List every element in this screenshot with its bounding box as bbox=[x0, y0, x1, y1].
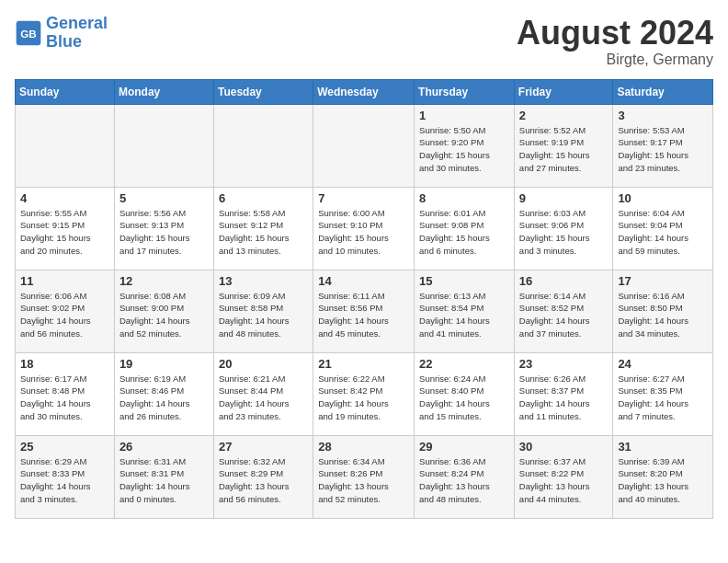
day-info: Sunrise: 6:17 AM Sunset: 8:48 PM Dayligh… bbox=[20, 373, 109, 423]
svg-text:GB: GB bbox=[20, 28, 36, 40]
day-cell: 8Sunrise: 6:01 AM Sunset: 9:08 PM Daylig… bbox=[415, 187, 515, 270]
header-cell-wednesday: Wednesday bbox=[313, 79, 415, 104]
day-info: Sunrise: 6:09 AM Sunset: 8:58 PM Dayligh… bbox=[219, 290, 308, 340]
day-cell: 11Sunrise: 6:06 AM Sunset: 9:02 PM Dayli… bbox=[16, 270, 115, 352]
day-info: Sunrise: 6:36 AM Sunset: 8:24 PM Dayligh… bbox=[419, 455, 509, 506]
day-info: Sunrise: 6:29 AM Sunset: 8:33 PM Dayligh… bbox=[20, 455, 109, 506]
logo: GB General Blue bbox=[15, 15, 108, 52]
day-info: Sunrise: 6:21 AM Sunset: 8:44 PM Dayligh… bbox=[219, 373, 308, 423]
day-cell: 9Sunrise: 6:03 AM Sunset: 9:06 PM Daylig… bbox=[514, 187, 613, 270]
day-number: 11 bbox=[20, 274, 109, 288]
day-info: Sunrise: 6:27 AM Sunset: 8:35 PM Dayligh… bbox=[618, 373, 708, 423]
week-row-4: 18Sunrise: 6:17 AM Sunset: 8:48 PM Dayli… bbox=[16, 352, 713, 435]
day-info: Sunrise: 6:39 AM Sunset: 8:20 PM Dayligh… bbox=[618, 455, 708, 506]
day-info: Sunrise: 6:24 AM Sunset: 8:40 PM Dayligh… bbox=[419, 373, 509, 423]
day-cell bbox=[313, 104, 415, 187]
day-info: Sunrise: 5:58 AM Sunset: 9:12 PM Dayligh… bbox=[219, 207, 308, 258]
day-info: Sunrise: 6:03 AM Sunset: 9:06 PM Dayligh… bbox=[519, 207, 609, 258]
day-cell: 3Sunrise: 5:53 AM Sunset: 9:17 PM Daylig… bbox=[613, 104, 713, 187]
day-number: 29 bbox=[419, 440, 509, 454]
day-cell: 30Sunrise: 6:37 AM Sunset: 8:22 PM Dayli… bbox=[514, 435, 613, 518]
day-number: 26 bbox=[119, 440, 209, 454]
day-info: Sunrise: 6:16 AM Sunset: 8:50 PM Dayligh… bbox=[618, 290, 708, 340]
day-info: Sunrise: 5:55 AM Sunset: 9:15 PM Dayligh… bbox=[20, 207, 109, 258]
day-info: Sunrise: 5:50 AM Sunset: 9:20 PM Dayligh… bbox=[419, 124, 509, 175]
logo-text: General Blue bbox=[46, 15, 108, 52]
logo-icon: GB bbox=[15, 19, 42, 47]
day-info: Sunrise: 6:19 AM Sunset: 8:46 PM Dayligh… bbox=[119, 373, 209, 423]
day-info: Sunrise: 5:53 AM Sunset: 9:17 PM Dayligh… bbox=[618, 124, 708, 175]
header-cell-saturday: Saturday bbox=[613, 79, 713, 104]
day-cell: 27Sunrise: 6:32 AM Sunset: 8:29 PM Dayli… bbox=[213, 435, 313, 518]
day-number: 27 bbox=[219, 440, 308, 454]
day-cell: 6Sunrise: 5:58 AM Sunset: 9:12 PM Daylig… bbox=[213, 187, 313, 270]
day-cell: 22Sunrise: 6:24 AM Sunset: 8:40 PM Dayli… bbox=[415, 352, 515, 435]
location: Birgte, Germany bbox=[517, 52, 713, 68]
day-number: 21 bbox=[318, 357, 409, 371]
page-header: GB General Blue August 2024 Birgte, Germ… bbox=[15, 15, 713, 68]
day-info: Sunrise: 6:01 AM Sunset: 9:08 PM Dayligh… bbox=[419, 207, 509, 258]
day-info: Sunrise: 6:13 AM Sunset: 8:54 PM Dayligh… bbox=[419, 290, 509, 340]
day-number: 7 bbox=[318, 191, 409, 205]
week-row-5: 25Sunrise: 6:29 AM Sunset: 8:33 PM Dayli… bbox=[16, 435, 713, 518]
day-cell: 15Sunrise: 6:13 AM Sunset: 8:54 PM Dayli… bbox=[415, 270, 515, 352]
day-cell: 23Sunrise: 6:26 AM Sunset: 8:37 PM Dayli… bbox=[514, 352, 613, 435]
day-cell: 31Sunrise: 6:39 AM Sunset: 8:20 PM Dayli… bbox=[613, 435, 713, 518]
day-cell: 1Sunrise: 5:50 AM Sunset: 9:20 PM Daylig… bbox=[415, 104, 515, 187]
month-year: August 2024 bbox=[517, 15, 713, 52]
header-cell-monday: Monday bbox=[114, 79, 213, 104]
day-info: Sunrise: 6:08 AM Sunset: 9:00 PM Dayligh… bbox=[119, 290, 209, 340]
header-cell-friday: Friday bbox=[514, 79, 613, 104]
day-number: 25 bbox=[20, 440, 109, 454]
day-number: 10 bbox=[618, 191, 708, 205]
day-cell: 10Sunrise: 6:04 AM Sunset: 9:04 PM Dayli… bbox=[613, 187, 713, 270]
day-number: 31 bbox=[618, 440, 708, 454]
day-cell: 17Sunrise: 6:16 AM Sunset: 8:50 PM Dayli… bbox=[613, 270, 713, 352]
day-cell: 29Sunrise: 6:36 AM Sunset: 8:24 PM Dayli… bbox=[415, 435, 515, 518]
day-number: 28 bbox=[318, 440, 409, 454]
day-info: Sunrise: 6:26 AM Sunset: 8:37 PM Dayligh… bbox=[519, 373, 609, 423]
day-info: Sunrise: 6:04 AM Sunset: 9:04 PM Dayligh… bbox=[618, 207, 708, 258]
day-number: 12 bbox=[119, 274, 209, 288]
week-row-2: 4Sunrise: 5:55 AM Sunset: 9:15 PM Daylig… bbox=[16, 187, 713, 270]
day-number: 3 bbox=[618, 109, 708, 122]
day-number: 8 bbox=[419, 191, 509, 205]
day-cell bbox=[16, 104, 115, 187]
day-cell: 20Sunrise: 6:21 AM Sunset: 8:44 PM Dayli… bbox=[213, 352, 313, 435]
day-cell: 26Sunrise: 6:31 AM Sunset: 8:31 PM Dayli… bbox=[114, 435, 213, 518]
calendar-table: SundayMondayTuesdayWednesdayThursdayFrid… bbox=[15, 79, 713, 519]
header-cell-thursday: Thursday bbox=[415, 79, 515, 104]
day-number: 17 bbox=[618, 274, 708, 288]
day-number: 30 bbox=[519, 440, 609, 454]
day-cell: 7Sunrise: 6:00 AM Sunset: 9:10 PM Daylig… bbox=[313, 187, 415, 270]
day-info: Sunrise: 6:34 AM Sunset: 8:26 PM Dayligh… bbox=[318, 455, 409, 506]
day-number: 23 bbox=[519, 357, 609, 371]
day-info: Sunrise: 6:31 AM Sunset: 8:31 PM Dayligh… bbox=[119, 455, 209, 506]
day-info: Sunrise: 6:22 AM Sunset: 8:42 PM Dayligh… bbox=[318, 373, 409, 423]
header-cell-tuesday: Tuesday bbox=[213, 79, 313, 104]
day-cell: 5Sunrise: 5:56 AM Sunset: 9:13 PM Daylig… bbox=[114, 187, 213, 270]
day-number: 22 bbox=[419, 357, 509, 371]
day-number: 18 bbox=[20, 357, 109, 371]
day-number: 13 bbox=[219, 274, 308, 288]
day-cell: 24Sunrise: 6:27 AM Sunset: 8:35 PM Dayli… bbox=[613, 352, 713, 435]
day-cell: 25Sunrise: 6:29 AM Sunset: 8:33 PM Dayli… bbox=[16, 435, 115, 518]
week-row-3: 11Sunrise: 6:06 AM Sunset: 9:02 PM Dayli… bbox=[16, 270, 713, 352]
day-number: 1 bbox=[419, 109, 509, 122]
day-cell: 14Sunrise: 6:11 AM Sunset: 8:56 PM Dayli… bbox=[313, 270, 415, 352]
day-cell: 16Sunrise: 6:14 AM Sunset: 8:52 PM Dayli… bbox=[514, 270, 613, 352]
day-cell bbox=[114, 104, 213, 187]
day-cell bbox=[213, 104, 313, 187]
header-cell-sunday: Sunday bbox=[16, 79, 115, 104]
day-number: 14 bbox=[318, 274, 409, 288]
day-number: 9 bbox=[519, 191, 609, 205]
day-number: 5 bbox=[119, 191, 209, 205]
day-number: 16 bbox=[519, 274, 609, 288]
day-cell: 2Sunrise: 5:52 AM Sunset: 9:19 PM Daylig… bbox=[514, 104, 613, 187]
day-number: 20 bbox=[219, 357, 308, 371]
header-row: SundayMondayTuesdayWednesdayThursdayFrid… bbox=[16, 79, 713, 104]
day-cell: 12Sunrise: 6:08 AM Sunset: 9:00 PM Dayli… bbox=[114, 270, 213, 352]
title-block: August 2024 Birgte, Germany bbox=[517, 15, 713, 68]
day-info: Sunrise: 6:32 AM Sunset: 8:29 PM Dayligh… bbox=[219, 455, 308, 506]
day-cell: 18Sunrise: 6:17 AM Sunset: 8:48 PM Dayli… bbox=[16, 352, 115, 435]
